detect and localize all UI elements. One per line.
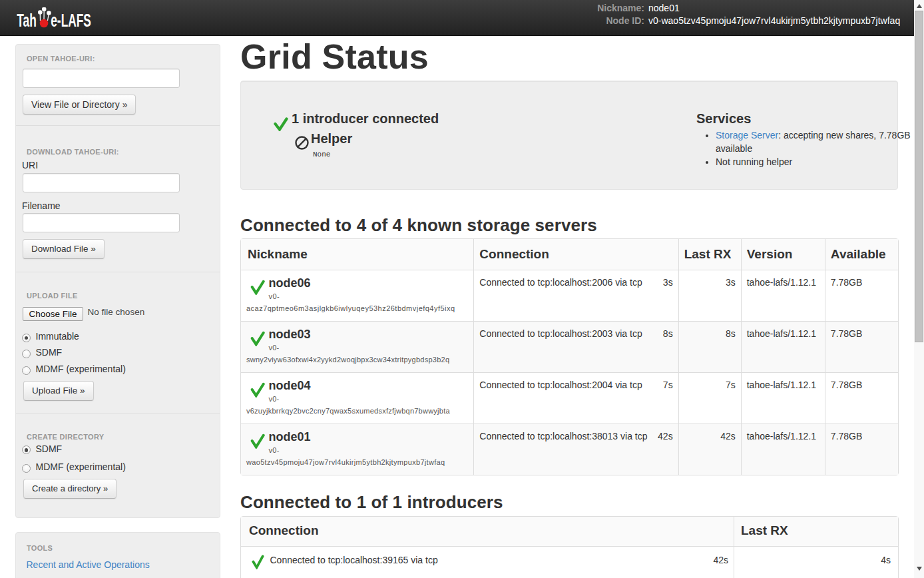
svg-text:Tah: Tah [17,10,37,31]
svg-text:e-LAFS: e-LAFS [51,10,91,31]
